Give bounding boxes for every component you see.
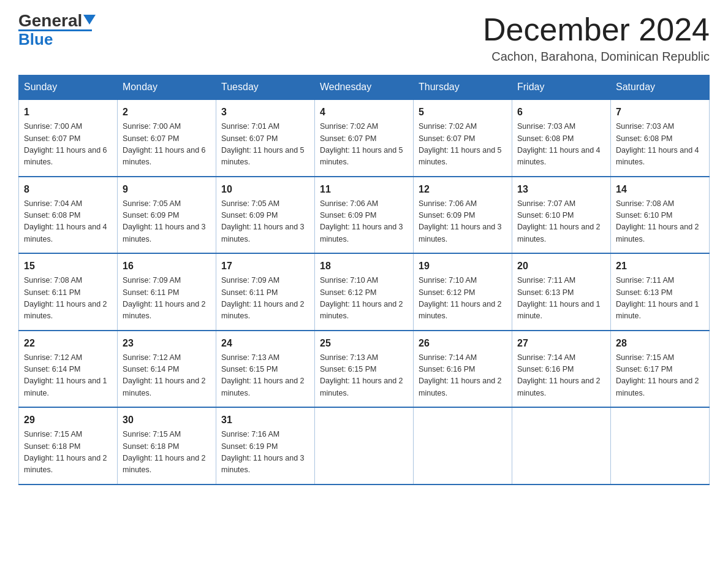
logo-text-black: General xyxy=(18,12,82,29)
calendar-day-cell: 16Sunrise: 7:09 AMSunset: 6:11 PMDayligh… xyxy=(118,253,216,331)
calendar-day-cell: 27Sunrise: 7:14 AMSunset: 6:16 PMDayligh… xyxy=(512,331,611,408)
day-number: 22 xyxy=(24,336,112,351)
title-area: December 2024 Cachon, Barahona, Dominica… xyxy=(483,12,710,64)
day-number: 23 xyxy=(123,336,211,351)
calendar-table: SundayMondayTuesdayWednesdayThursdayFrid… xyxy=(18,75,710,485)
calendar-day-cell: 20Sunrise: 7:11 AMSunset: 6:13 PMDayligh… xyxy=(512,253,611,331)
day-of-week-header: Monday xyxy=(118,75,216,100)
day-info: Sunrise: 7:13 AMSunset: 6:15 PMDaylight:… xyxy=(221,352,309,400)
day-info: Sunrise: 7:08 AMSunset: 6:11 PMDaylight:… xyxy=(24,275,112,323)
day-info: Sunrise: 7:10 AMSunset: 6:12 PMDaylight:… xyxy=(320,275,408,323)
day-of-week-header: Thursday xyxy=(414,75,512,100)
calendar-day-cell: 31Sunrise: 7:16 AMSunset: 6:19 PMDayligh… xyxy=(216,407,315,484)
calendar-day-cell: 29Sunrise: 7:15 AMSunset: 6:18 PMDayligh… xyxy=(19,407,118,484)
calendar-day-cell: 19Sunrise: 7:10 AMSunset: 6:12 PMDayligh… xyxy=(414,253,512,331)
day-info: Sunrise: 7:05 AMSunset: 6:09 PMDaylight:… xyxy=(123,198,211,246)
day-info: Sunrise: 7:15 AMSunset: 6:18 PMDaylight:… xyxy=(24,429,112,477)
day-info: Sunrise: 7:07 AMSunset: 6:10 PMDaylight:… xyxy=(517,198,605,246)
calendar-day-cell: 26Sunrise: 7:14 AMSunset: 6:16 PMDayligh… xyxy=(414,331,512,408)
day-number: 11 xyxy=(320,182,408,197)
day-number: 31 xyxy=(221,413,309,427)
day-info: Sunrise: 7:08 AMSunset: 6:10 PMDaylight:… xyxy=(616,198,704,246)
calendar-week-row: 22Sunrise: 7:12 AMSunset: 6:14 PMDayligh… xyxy=(19,331,710,408)
calendar-day-cell xyxy=(512,407,611,484)
day-of-week-header: Friday xyxy=(512,75,611,100)
day-info: Sunrise: 7:03 AMSunset: 6:08 PMDaylight:… xyxy=(616,121,704,169)
day-number: 9 xyxy=(123,182,211,197)
day-number: 14 xyxy=(616,182,704,197)
day-info: Sunrise: 7:14 AMSunset: 6:16 PMDaylight:… xyxy=(517,352,605,400)
day-info: Sunrise: 7:06 AMSunset: 6:09 PMDaylight:… xyxy=(320,198,408,246)
location-title: Cachon, Barahona, Dominican Republic xyxy=(483,50,710,64)
calendar-day-cell: 9Sunrise: 7:05 AMSunset: 6:09 PMDaylight… xyxy=(118,177,216,254)
month-title: December 2024 xyxy=(483,12,710,47)
day-info: Sunrise: 7:12 AMSunset: 6:14 PMDaylight:… xyxy=(123,352,211,400)
day-info: Sunrise: 7:01 AMSunset: 6:07 PMDaylight:… xyxy=(221,121,309,169)
calendar-day-cell: 11Sunrise: 7:06 AMSunset: 6:09 PMDayligh… xyxy=(315,177,414,254)
calendar-week-row: 8Sunrise: 7:04 AMSunset: 6:08 PMDaylight… xyxy=(19,177,710,254)
day-info: Sunrise: 7:10 AMSunset: 6:12 PMDaylight:… xyxy=(419,275,507,323)
day-info: Sunrise: 7:09 AMSunset: 6:11 PMDaylight:… xyxy=(221,275,309,323)
day-number: 4 xyxy=(320,105,408,120)
calendar-day-cell: 2Sunrise: 7:00 AMSunset: 6:07 PMDaylight… xyxy=(118,99,216,177)
calendar-day-cell: 8Sunrise: 7:04 AMSunset: 6:08 PMDaylight… xyxy=(19,177,118,254)
day-info: Sunrise: 7:13 AMSunset: 6:15 PMDaylight:… xyxy=(320,352,408,400)
calendar-day-cell xyxy=(315,407,414,484)
day-number: 5 xyxy=(419,105,507,120)
day-info: Sunrise: 7:00 AMSunset: 6:07 PMDaylight:… xyxy=(123,121,211,169)
calendar-day-cell: 13Sunrise: 7:07 AMSunset: 6:10 PMDayligh… xyxy=(512,177,611,254)
day-info: Sunrise: 7:09 AMSunset: 6:11 PMDaylight:… xyxy=(123,275,211,323)
day-number: 8 xyxy=(24,182,112,197)
logo-triangle-icon xyxy=(83,15,96,25)
day-info: Sunrise: 7:05 AMSunset: 6:09 PMDaylight:… xyxy=(221,198,309,246)
day-number: 3 xyxy=(221,105,309,120)
calendar-week-row: 29Sunrise: 7:15 AMSunset: 6:18 PMDayligh… xyxy=(19,407,710,484)
calendar-day-cell: 17Sunrise: 7:09 AMSunset: 6:11 PMDayligh… xyxy=(216,253,315,331)
day-number: 7 xyxy=(616,105,704,120)
day-number: 20 xyxy=(517,259,605,274)
calendar-day-cell: 12Sunrise: 7:06 AMSunset: 6:09 PMDayligh… xyxy=(414,177,512,254)
day-number: 30 xyxy=(123,413,211,427)
day-number: 2 xyxy=(123,105,211,120)
calendar-day-cell: 10Sunrise: 7:05 AMSunset: 6:09 PMDayligh… xyxy=(216,177,315,254)
calendar-day-cell xyxy=(611,407,710,484)
page-header: General Blue December 2024 Cachon, Barah… xyxy=(18,12,710,64)
calendar-day-cell: 7Sunrise: 7:03 AMSunset: 6:08 PMDaylight… xyxy=(611,99,710,177)
calendar-day-cell: 30Sunrise: 7:15 AMSunset: 6:18 PMDayligh… xyxy=(118,407,216,484)
calendar-day-cell: 25Sunrise: 7:13 AMSunset: 6:15 PMDayligh… xyxy=(315,331,414,408)
day-number: 29 xyxy=(24,413,112,427)
day-number: 27 xyxy=(517,336,605,351)
day-number: 18 xyxy=(320,259,408,274)
day-number: 17 xyxy=(221,259,309,274)
day-of-week-header: Sunday xyxy=(19,75,118,100)
day-number: 13 xyxy=(517,182,605,197)
calendar-day-cell: 18Sunrise: 7:10 AMSunset: 6:12 PMDayligh… xyxy=(315,253,414,331)
day-info: Sunrise: 7:00 AMSunset: 6:07 PMDaylight:… xyxy=(24,121,112,169)
calendar-header-row: SundayMondayTuesdayWednesdayThursdayFrid… xyxy=(19,75,710,100)
day-number: 16 xyxy=(123,259,211,274)
day-info: Sunrise: 7:11 AMSunset: 6:13 PMDaylight:… xyxy=(517,275,605,323)
calendar-day-cell: 15Sunrise: 7:08 AMSunset: 6:11 PMDayligh… xyxy=(19,253,118,331)
calendar-day-cell: 14Sunrise: 7:08 AMSunset: 6:10 PMDayligh… xyxy=(611,177,710,254)
day-info: Sunrise: 7:15 AMSunset: 6:18 PMDaylight:… xyxy=(123,429,211,477)
day-info: Sunrise: 7:02 AMSunset: 6:07 PMDaylight:… xyxy=(320,121,408,169)
day-number: 12 xyxy=(419,182,507,197)
day-of-week-header: Saturday xyxy=(611,75,710,100)
day-info: Sunrise: 7:12 AMSunset: 6:14 PMDaylight:… xyxy=(24,352,112,400)
calendar-day-cell: 24Sunrise: 7:13 AMSunset: 6:15 PMDayligh… xyxy=(216,331,315,408)
day-number: 1 xyxy=(24,105,112,120)
calendar-day-cell: 21Sunrise: 7:11 AMSunset: 6:13 PMDayligh… xyxy=(611,253,710,331)
day-number: 26 xyxy=(419,336,507,351)
calendar-day-cell: 22Sunrise: 7:12 AMSunset: 6:14 PMDayligh… xyxy=(19,331,118,408)
day-info: Sunrise: 7:14 AMSunset: 6:16 PMDaylight:… xyxy=(419,352,507,400)
day-info: Sunrise: 7:15 AMSunset: 6:17 PMDaylight:… xyxy=(616,352,704,400)
day-info: Sunrise: 7:03 AMSunset: 6:08 PMDaylight:… xyxy=(517,121,605,169)
day-info: Sunrise: 7:04 AMSunset: 6:08 PMDaylight:… xyxy=(24,198,112,246)
calendar-day-cell: 3Sunrise: 7:01 AMSunset: 6:07 PMDaylight… xyxy=(216,99,315,177)
calendar-day-cell: 23Sunrise: 7:12 AMSunset: 6:14 PMDayligh… xyxy=(118,331,216,408)
calendar-day-cell: 28Sunrise: 7:15 AMSunset: 6:17 PMDayligh… xyxy=(611,331,710,408)
day-number: 19 xyxy=(419,259,507,274)
day-number: 24 xyxy=(221,336,309,351)
calendar-week-row: 1Sunrise: 7:00 AMSunset: 6:07 PMDaylight… xyxy=(19,99,710,177)
calendar-week-row: 15Sunrise: 7:08 AMSunset: 6:11 PMDayligh… xyxy=(19,253,710,331)
